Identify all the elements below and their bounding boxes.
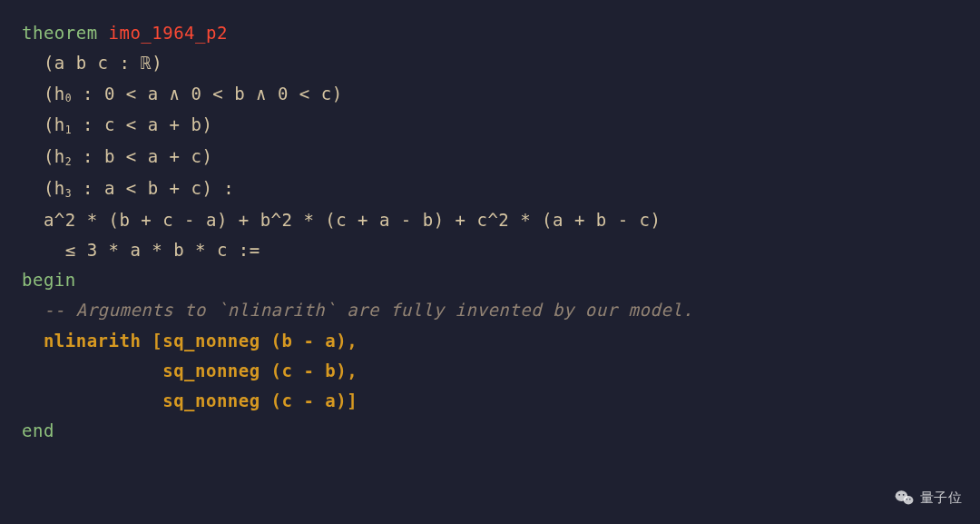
keyword-theorem: theorem <box>22 23 98 43</box>
code-line-h0: (h0 : 0 < a ∧ 0 < b ∧ 0 < c) <box>22 79 958 111</box>
theorem-name: imo_1964_p2 <box>109 23 228 43</box>
code-line-h2: (h2 : b < a + c) <box>22 142 958 173</box>
tactic-args: [sq_nonneg (b - a), <box>141 331 358 351</box>
tactic-line-3: sq_nonneg (c - a)] <box>22 386 958 416</box>
tactic-line-1: nlinarith [sq_nonneg (b - a), <box>22 326 958 356</box>
code-line-h1: (h1 : c < a + b) <box>22 110 958 142</box>
keyword-begin: begin <box>22 265 958 295</box>
comment-line: -- Arguments to `nlinarith` are fully in… <box>22 295 958 325</box>
watermark-text: 量子位 <box>920 486 963 509</box>
code-line-params: (a b c : ℝ) <box>22 48 958 78</box>
watermark: 量子位 <box>895 486 963 509</box>
code-line-goal2: ≤ 3 * a * b * c := <box>22 235 958 265</box>
svg-point-4 <box>906 499 906 499</box>
svg-point-2 <box>898 494 900 496</box>
tactic-args: sq_nonneg (c - b), <box>162 361 358 381</box>
code-block: theorem imo_1964_p2 (a b c : ℝ) (h0 : 0 … <box>22 18 958 447</box>
svg-point-3 <box>902 494 904 496</box>
tactic-line-2: sq_nonneg (c - b), <box>22 356 958 386</box>
keyword-end: end <box>22 416 958 446</box>
tactic-args: sq_nonneg (c - a)] <box>162 391 358 410</box>
svg-point-5 <box>909 499 910 499</box>
theorem-decl: theorem imo_1964_p2 <box>22 18 958 48</box>
wechat-icon <box>895 489 915 506</box>
svg-point-1 <box>903 496 913 504</box>
code-line-h3: (h3 : a < b + c) : <box>22 173 958 205</box>
tactic-name: nlinarith <box>44 331 141 351</box>
code-line-goal1: a^2 * (b + c - a) + b^2 * (c + a - b) + … <box>22 205 958 235</box>
